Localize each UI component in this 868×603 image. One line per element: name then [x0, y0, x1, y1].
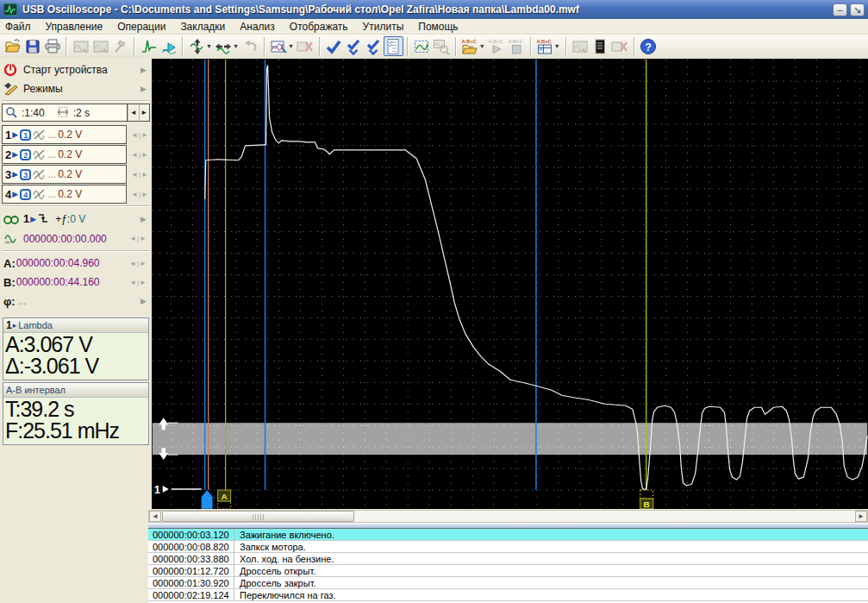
- help-button[interactable]: ?: [639, 36, 659, 56]
- cursor-a-row[interactable]: A: 000000:00:04.960 ◄|►: [2, 254, 150, 273]
- zoom-in-button[interactable]: ►: [139, 104, 150, 121]
- channel-1-row[interactable]: 1▶1...0.2 V◄|►: [2, 125, 150, 144]
- apply-check-all-icon: [345, 38, 362, 55]
- cursor-b-row[interactable]: B: 000000:00:44.160 ◄|►: [2, 273, 150, 292]
- splitter[interactable]: [148, 523, 868, 529]
- event-row[interactable]: 000000:00:08.820Запкск мотора.: [148, 541, 868, 553]
- event-row[interactable]: 000000:02:19.124Переключился на газ.: [148, 589, 868, 601]
- zoom-control[interactable]: :1:40 :2 s: [2, 104, 128, 122]
- save-file-button[interactable]: [22, 36, 42, 56]
- channel-badge: 1: [20, 129, 31, 141]
- apply-check-button[interactable]: [324, 36, 344, 56]
- event-time: 000000:01:12.720: [148, 565, 234, 576]
- oscilloscope-plot[interactable]: 1AB: [152, 59, 868, 509]
- marks-list-button[interactable]: [384, 36, 403, 56]
- start-device-button[interactable]: Старт устройства ▶: [2, 60, 150, 79]
- scroll-left-button[interactable]: ◄: [149, 511, 161, 522]
- event-row[interactable]: 000000:01:30.920Дроссель закрыт.: [148, 577, 868, 589]
- channel-3-settings[interactable]: 3▶3...0.2 V: [2, 165, 127, 184]
- phase-label: φ:: [3, 295, 16, 308]
- event-row[interactable]: 000000:00:33.880Хол. ход. на бензине.: [148, 553, 868, 565]
- abc-run-button: A:B+C: [487, 36, 507, 56]
- abc-panel-button[interactable]: A:B+C: [535, 36, 555, 56]
- apply-check-all-button[interactable]: [344, 36, 364, 56]
- channel-1-settings[interactable]: 1▶1...0.2 V: [2, 125, 127, 144]
- event-text: Дроссель открыт.: [234, 565, 868, 576]
- open-file-button[interactable]: [3, 36, 22, 56]
- copy-waveform-button: [71, 36, 91, 56]
- fit-horizontal-button[interactable]: [214, 36, 234, 56]
- select-region-button[interactable]: [412, 36, 432, 56]
- cursor-a-voltage: A:3.067 V: [5, 334, 147, 355]
- menu-Утилиты[interactable]: Утилиты: [363, 21, 404, 33]
- restore-button[interactable]: ↘: [850, 3, 865, 16]
- arrow-right-icon: ▶: [30, 215, 36, 223]
- phase-row[interactable]: φ: ... ▶: [2, 292, 150, 311]
- toolbar-separator: [407, 37, 409, 56]
- step-arrows[interactable]: ◄|►: [131, 191, 150, 198]
- svg-text:A:B+C: A:B+C: [537, 38, 552, 43]
- wave-off-icon: [33, 168, 46, 180]
- view-mode-dropdown[interactable]: ▼: [288, 43, 294, 49]
- modes-button[interactable]: Режимы ▶: [2, 79, 150, 98]
- menu-Помощь[interactable]: Помощь: [418, 21, 458, 33]
- wave-marker-button[interactable]: [159, 36, 178, 56]
- channel-3-row[interactable]: 3▶3...0.2 V◄|►: [2, 165, 150, 184]
- toolbar-separator: [134, 37, 135, 56]
- menu-Управление[interactable]: Управление: [46, 21, 103, 33]
- chevron-right-icon: ▶: [141, 85, 148, 93]
- fit-horizontal-dropdown[interactable]: ▼: [233, 43, 239, 49]
- step-arrows[interactable]: ◄|►: [131, 151, 150, 159]
- scroll-track[interactable]: [161, 511, 855, 522]
- fit-vertical-icon: [189, 38, 206, 55]
- menu-Закладки[interactable]: Закладки: [180, 21, 225, 33]
- fit-vertical-button[interactable]: [187, 36, 207, 56]
- event-table: 000000:00:03.120Зажигание включено.00000…: [148, 529, 868, 603]
- channel-dots: ...: [47, 168, 56, 180]
- channel-number: 2: [5, 148, 11, 161]
- fit-vertical-dropdown[interactable]: ▼: [206, 43, 212, 49]
- impulse-view-button[interactable]: [139, 36, 159, 56]
- channel-4-row[interactable]: 4▶4...0.2 V◄|►: [2, 185, 150, 204]
- minimize-button[interactable]: –: [833, 3, 847, 16]
- scroll-thumb[interactable]: [162, 511, 354, 522]
- event-row[interactable]: 000000:00:03.120Зажигание включено.: [148, 529, 868, 541]
- cursor-b-value: 000000:00:44.160: [16, 276, 100, 288]
- scroll-right-button[interactable]: ►: [855, 511, 867, 522]
- toolbar-separator: [455, 37, 457, 56]
- abc-open-dropdown[interactable]: ▼: [479, 43, 485, 49]
- print-button[interactable]: [42, 36, 62, 56]
- step-arrows[interactable]: ◄|►: [129, 235, 148, 242]
- toolbar-separator: [634, 37, 635, 56]
- event-row[interactable]: 000000:01:12.720Дроссель открыт.: [148, 565, 868, 577]
- edit-waveform-icon: [112, 38, 129, 55]
- abc-panel-dropdown[interactable]: ▼: [554, 43, 560, 49]
- channel-2-settings[interactable]: 2▶2...0.2 V: [2, 145, 127, 164]
- menu-Файл[interactable]: Файл: [5, 21, 31, 33]
- apply-check-save-button[interactable]: [364, 36, 384, 56]
- menu-Отображать[interactable]: Отображать: [290, 21, 348, 33]
- result-report-icon: [591, 38, 609, 55]
- horizontal-scrollbar[interactable]: ◄ ►: [148, 510, 868, 523]
- edit-waveform-button: [110, 36, 130, 56]
- channel-2-row[interactable]: 2▶2...0.2 V◄|►: [2, 145, 150, 164]
- channel-4-settings[interactable]: 4▶4...0.2 V: [2, 185, 127, 204]
- arrow-right-icon: ▶: [12, 190, 18, 198]
- separator: [2, 205, 150, 207]
- abc-open-button[interactable]: A:B+C: [460, 36, 480, 56]
- view-mode-button[interactable]: [269, 36, 289, 56]
- step-arrows[interactable]: ◄|►: [129, 260, 148, 267]
- trigger-row[interactable]: 1 ▶ +ƒ: 0 V ▶: [2, 209, 150, 229]
- time-position-row[interactable]: 000000:00:00.000 ◄|►: [2, 229, 150, 248]
- paste-waveform-button: [91, 36, 110, 56]
- step-arrows[interactable]: ◄|►: [131, 171, 150, 179]
- menu-Операции[interactable]: Операции: [117, 21, 165, 33]
- step-arrows[interactable]: ◄|►: [131, 131, 150, 139]
- save-file-icon: [24, 38, 41, 55]
- menu-Анализ[interactable]: Анализ: [240, 21, 275, 33]
- result-delete-icon: [611, 38, 628, 55]
- step-arrows[interactable]: ◄|►: [129, 279, 148, 286]
- zoom-out-button[interactable]: ◄: [128, 104, 139, 121]
- channel-volt-per-div: 0.2 V: [58, 188, 82, 200]
- event-time: 000000:02:19.124: [148, 589, 234, 600]
